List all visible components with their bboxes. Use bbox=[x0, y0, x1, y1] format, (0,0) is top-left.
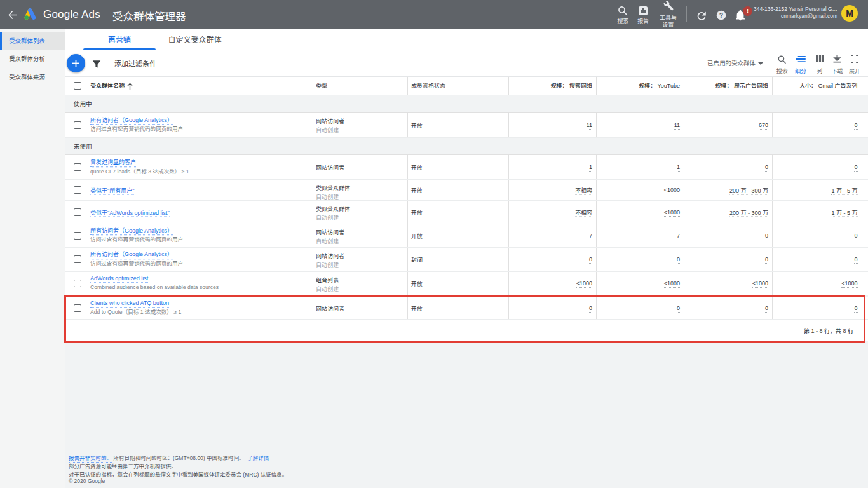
svg-text:?: ? bbox=[719, 11, 723, 19]
